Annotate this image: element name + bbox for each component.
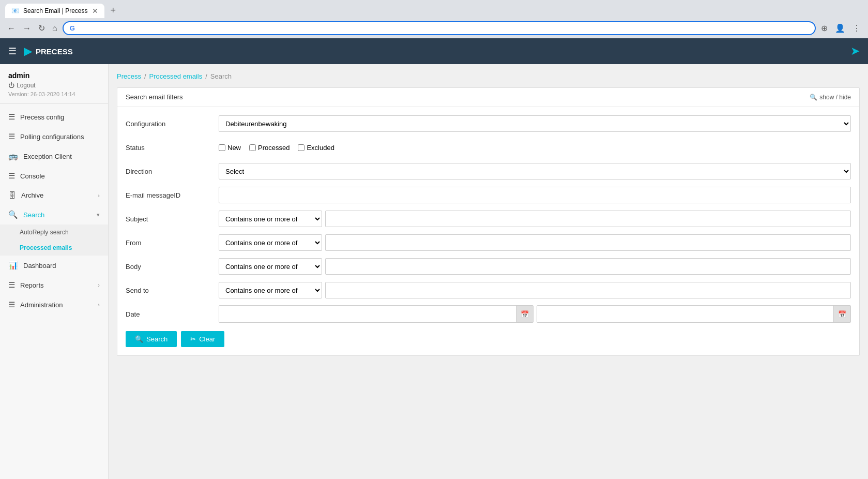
exception-icon: 🚌 bbox=[8, 152, 18, 161]
direction-select[interactable]: Select bbox=[219, 163, 851, 179]
status-new-checkbox-label[interactable]: New bbox=[219, 144, 241, 152]
from-control: Contains one or more of bbox=[219, 234, 851, 251]
status-checkboxes: New Processed Excluded bbox=[219, 144, 851, 152]
sidebar-item-label: Console bbox=[20, 172, 45, 180]
sidebar-item-exception-client[interactable]: 🚌 Exception Client bbox=[0, 146, 108, 166]
sidebar-item-archive[interactable]: 🗄 Archive › bbox=[0, 186, 108, 205]
search-button[interactable]: 🔍 Search bbox=[126, 331, 177, 347]
send-to-value-input[interactable] bbox=[325, 282, 851, 298]
subject-value-input[interactable] bbox=[325, 211, 851, 227]
sidebar-item-precess-config[interactable]: ☰ Precess config bbox=[0, 107, 108, 127]
date-row: Date 📅 📅 bbox=[126, 305, 851, 323]
show-hide-label: show / hide bbox=[819, 94, 851, 101]
sidebar-item-dashboard[interactable]: 📊 Dashboard bbox=[0, 256, 108, 275]
email-messageid-row: E-mail messageID bbox=[126, 186, 851, 204]
status-row: Status New Processed bbox=[126, 139, 851, 156]
configuration-select[interactable]: Debiteurenbewaking bbox=[219, 115, 851, 132]
subject-filter-select[interactable]: Contains one or more of bbox=[219, 211, 322, 227]
sidebar-logout-button[interactable]: ⏻ Logout bbox=[8, 82, 100, 89]
sidebar-item-label: Dashboard bbox=[23, 262, 56, 270]
status-excluded-checkbox[interactable] bbox=[298, 144, 304, 151]
sidebar-user: admin ⏻ Logout Version: 26-03-2020 14:14 bbox=[0, 64, 108, 100]
body-label: Body bbox=[126, 263, 219, 271]
search-button-label: Search bbox=[146, 335, 167, 343]
sidebar-item-label: Exception Client bbox=[23, 153, 72, 160]
date-from-wrap: 📅 bbox=[219, 305, 534, 323]
date-from-calendar-button[interactable]: 📅 bbox=[516, 306, 533, 322]
from-value-input[interactable] bbox=[325, 234, 851, 251]
send-to-label: Send to bbox=[126, 287, 219, 294]
clear-button[interactable]: ✂ Clear bbox=[181, 331, 224, 347]
body-row: Body Contains one or more of bbox=[126, 258, 851, 275]
tab-close-button[interactable]: ✕ bbox=[92, 7, 98, 15]
search-panel-header: Search email filters 🔍 show / hide bbox=[117, 88, 859, 107]
show-hide-button[interactable]: 🔍 show / hide bbox=[810, 94, 851, 101]
reload-button[interactable]: ↻ bbox=[36, 21, 47, 35]
breadcrumb-processed-emails[interactable]: Processed emails bbox=[149, 72, 203, 80]
date-from-input[interactable] bbox=[219, 306, 516, 322]
search-panel: Search email filters 🔍 show / hide Confi… bbox=[117, 87, 860, 356]
sidebar-item-reports[interactable]: ☰ Reports › bbox=[0, 275, 108, 295]
status-excluded-label: Excluded bbox=[307, 144, 334, 152]
url-input[interactable] bbox=[78, 24, 809, 32]
sidebar-item-processed-emails[interactable]: Processed emails bbox=[0, 240, 108, 256]
direction-control: Select bbox=[219, 163, 851, 179]
reports-icon: ☰ bbox=[8, 280, 15, 290]
sidebar-username: admin bbox=[8, 71, 100, 80]
tab-icon: 📧 bbox=[11, 7, 19, 14]
sidebar-item-polling-configurations[interactable]: ☰ Polling configurations bbox=[0, 127, 108, 146]
reports-arrow-icon: › bbox=[98, 282, 100, 288]
breadcrumb-precess[interactable]: Precess bbox=[117, 72, 141, 80]
breadcrumb-sep-2: / bbox=[205, 72, 207, 80]
sidebar-item-search[interactable]: 🔍 Search ▾ bbox=[0, 205, 108, 224]
status-control: New Processed Excluded bbox=[219, 144, 851, 152]
hamburger-menu-button[interactable]: ☰ bbox=[8, 46, 17, 57]
configuration-label: Configuration bbox=[126, 120, 219, 128]
sidebar-item-label: Administration bbox=[20, 301, 63, 309]
date-to-calendar-button[interactable]: 📅 bbox=[833, 306, 850, 322]
sidebar-item-label: Reports bbox=[20, 281, 44, 289]
status-new-checkbox[interactable] bbox=[219, 144, 225, 151]
date-to-input[interactable] bbox=[537, 306, 834, 322]
status-processed-checkbox[interactable] bbox=[249, 144, 256, 151]
sidebar-item-label: Polling configurations bbox=[20, 133, 84, 141]
forward-button[interactable]: → bbox=[21, 22, 33, 35]
breadcrumb-search: Search bbox=[210, 72, 232, 80]
new-tab-button[interactable]: + bbox=[106, 3, 120, 18]
clear-button-label: Clear bbox=[199, 335, 215, 343]
body-control: Contains one or more of bbox=[219, 258, 851, 275]
status-processed-checkbox-label[interactable]: Processed bbox=[249, 144, 290, 152]
profile-button[interactable]: 👤 bbox=[833, 21, 847, 35]
body-value-input[interactable] bbox=[325, 258, 851, 275]
logo-area: ▶ PRECESS bbox=[24, 45, 73, 57]
archive-icon: 🗄 bbox=[8, 191, 16, 200]
home-button[interactable]: ⌂ bbox=[50, 22, 59, 35]
sidebar-item-console[interactable]: ☰ Console bbox=[0, 166, 108, 186]
status-excluded-checkbox-label[interactable]: Excluded bbox=[298, 144, 334, 152]
breadcrumb-sep-1: / bbox=[144, 72, 146, 80]
email-messageid-input[interactable] bbox=[219, 187, 851, 203]
header-right-icon: ➤ bbox=[850, 44, 860, 58]
back-button[interactable]: ← bbox=[5, 22, 18, 35]
search-button-icon: 🔍 bbox=[135, 335, 143, 343]
send-to-row: Send to Contains one or more of bbox=[126, 281, 851, 299]
status-processed-label: Processed bbox=[258, 144, 290, 152]
console-icon: ☰ bbox=[8, 171, 15, 181]
sidebar-item-autoreply-search[interactable]: AutoReply search bbox=[0, 224, 108, 240]
send-to-inline-group: Contains one or more of bbox=[219, 282, 851, 298]
send-to-filter-select[interactable]: Contains one or more of bbox=[219, 282, 322, 298]
sidebar-search-submenu: AutoReply search Processed emails bbox=[0, 224, 108, 256]
sidebar-item-administration[interactable]: ☰ Administration › bbox=[0, 295, 108, 315]
status-new-label: New bbox=[227, 144, 241, 152]
logo-icon: ▶ bbox=[24, 45, 32, 57]
subject-control: Contains one or more of bbox=[219, 211, 851, 227]
body-filter-select[interactable]: Contains one or more of bbox=[219, 258, 322, 275]
from-row: From Contains one or more of bbox=[126, 234, 851, 251]
address-bar: G bbox=[63, 21, 816, 35]
search-arrow-icon: ▾ bbox=[97, 212, 100, 218]
from-filter-select[interactable]: Contains one or more of bbox=[219, 234, 322, 251]
from-label: From bbox=[126, 239, 219, 247]
sidebar-item-label: Precess config bbox=[20, 113, 64, 121]
extensions-button[interactable]: ⊕ bbox=[819, 21, 830, 35]
menu-button[interactable]: ⋮ bbox=[850, 21, 863, 35]
